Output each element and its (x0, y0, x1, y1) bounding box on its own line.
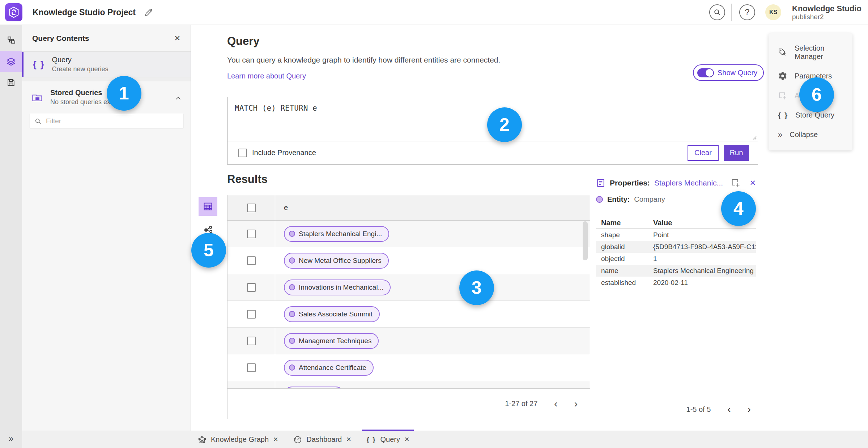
query-description: You can query a knowledge graph to ident… (227, 56, 661, 64)
entity-pill[interactable]: Staplers Mechanical Engi... (284, 226, 389, 242)
user-role: publisher2 (792, 13, 861, 21)
results-table: e Staplers Mechanical Engi... New Metal … (227, 195, 590, 419)
add-to-new-icon (731, 178, 741, 188)
table-icon (203, 201, 213, 212)
view-as-table-button[interactable] (199, 197, 217, 216)
entity-label: Entity: (607, 195, 630, 204)
tab-knowledge-graph[interactable]: Knowledge Graph ✕ (198, 431, 278, 448)
query-title: Query (227, 35, 661, 48)
filter-field (30, 114, 183, 128)
question-icon: ? (745, 8, 750, 17)
double-chevron-right-icon: » (9, 434, 13, 444)
entity-dot-icon (289, 338, 295, 344)
scrollbar-thumb[interactable] (583, 221, 588, 260)
user-name: Knowledge Studio (792, 4, 861, 13)
resize-handle-icon[interactable] (752, 136, 757, 140)
properties-pagination: 1-5 of 5 ‹ › (596, 396, 756, 414)
column-header-e: e (275, 195, 590, 220)
properties-range: 1-5 of 5 (686, 405, 711, 414)
row-checkbox[interactable] (247, 283, 256, 292)
braces-icon: { } (366, 436, 376, 444)
expand-rail-button[interactable]: » (0, 434, 22, 444)
clear-button[interactable]: Clear (688, 145, 719, 161)
entity-pill[interactable]: Attendance Certificate (284, 360, 374, 376)
close-tab-icon[interactable]: ✕ (273, 436, 278, 443)
row-checkbox[interactable] (247, 256, 256, 265)
stored-queries-header[interactable]: Stored Queries No stored queries exist (22, 81, 191, 108)
entity-pill[interactable]: New Metal Office Suppliers (284, 253, 389, 269)
avatar[interactable]: KS (765, 4, 781, 20)
chevron-right-icon[interactable]: › (574, 399, 578, 409)
properties-icon (596, 178, 605, 188)
filter-input[interactable] (46, 117, 179, 125)
show-query-toggle[interactable]: Show Query (693, 64, 764, 81)
callout-4: 4 (721, 191, 756, 226)
row-checkbox[interactable] (247, 363, 256, 372)
close-tab-icon[interactable]: ✕ (404, 436, 409, 443)
callout-1: 1 (107, 76, 141, 111)
entity-pill[interactable]: Sales Associate Summit (284, 306, 380, 322)
query-contents-panel: Query Contents ✕ { } Query Create new qu… (22, 25, 191, 431)
results-pagination: 1-27 of 27 ‹ › (227, 388, 590, 419)
app-logo-icon[interactable] (5, 3, 22, 21)
callout-6: 6 (799, 77, 834, 112)
entity-dot-icon (289, 284, 295, 290)
close-properties-button[interactable]: ✕ (749, 179, 756, 187)
chevron-left-icon[interactable]: ‹ (727, 404, 731, 414)
entity-pill[interactable]: Innovations in Mechanical... (284, 280, 391, 295)
row-checkbox[interactable] (247, 310, 256, 319)
sidebar-item-query[interactable]: { } Query Create new queries (22, 52, 191, 77)
view-tab-bar: Knowledge Graph ✕ Dashboard ✕ { } Query … (22, 431, 868, 448)
rail-item-save[interactable] (0, 72, 22, 93)
chevron-left-icon[interactable]: ‹ (554, 399, 557, 409)
entity-pill[interactable]: Managment Techniques (284, 333, 379, 349)
results-header-row: e (227, 195, 590, 221)
double-chevron-right-icon: » (778, 130, 782, 140)
property-row: name Staplers Mechanical Engineering (596, 265, 756, 277)
search-button[interactable] (709, 4, 725, 20)
row-checkbox[interactable] (247, 230, 256, 238)
show-query-label: Show Query (718, 69, 757, 77)
chevron-right-icon[interactable]: › (748, 404, 751, 414)
properties-label: Properties: (610, 179, 650, 187)
table-row: Sales Associate Summit (227, 301, 590, 328)
left-rail: » (0, 25, 22, 448)
results-range: 1-27 of 27 (505, 400, 537, 408)
entity-type: Company (634, 195, 665, 204)
learn-more-link[interactable]: Learn more about Query (227, 72, 661, 80)
tab-query[interactable]: { } Query ✕ (366, 431, 409, 448)
row-checkbox[interactable] (247, 337, 256, 345)
add-to-selection-button[interactable] (731, 178, 741, 188)
braces-icon: { } (778, 111, 788, 120)
entity-dot-icon (289, 311, 295, 317)
menu-item-store-query[interactable]: { } Store Query (769, 111, 852, 120)
select-all-checkbox[interactable] (247, 204, 256, 212)
entity-dot-icon (289, 257, 295, 264)
topbar-divider (731, 4, 732, 21)
collapse-section-icon[interactable] (175, 95, 182, 102)
include-provenance-checkbox[interactable] (238, 149, 247, 157)
close-tab-icon[interactable]: ✕ (346, 436, 351, 443)
tab-dashboard[interactable]: Dashboard ✕ (293, 431, 351, 448)
help-button[interactable]: ? (739, 4, 755, 20)
edit-title-icon[interactable] (144, 8, 153, 17)
property-row: objectid 1 (596, 253, 756, 265)
menu-item-selection-manager[interactable]: Selection Manager (769, 44, 852, 61)
property-row: shape Point (596, 229, 756, 241)
dashboard-gauge-icon (293, 435, 302, 444)
entity-dot-icon (289, 231, 295, 237)
close-panel-button[interactable]: ✕ (174, 34, 180, 43)
rail-item-layers[interactable] (0, 51, 22, 72)
entity-dot-icon (596, 196, 603, 203)
menu-item-collapse[interactable]: » Collapse (769, 130, 852, 140)
run-button[interactable]: Run (724, 145, 749, 161)
page-title: Knowledge Studio Project (33, 0, 136, 25)
top-bar: Knowledge Studio Project ? KS Knowledge … (0, 0, 868, 25)
table-row: Staplers Mechanical Engi... (227, 221, 590, 247)
callout-2: 2 (487, 107, 522, 142)
user-menu[interactable]: Knowledge Studio publisher2 (792, 4, 861, 21)
properties-entity-link[interactable]: Staplers Mechanic... (654, 179, 727, 187)
rail-item-schema[interactable] (0, 30, 22, 51)
table-row: Attendance Certificate (227, 354, 590, 381)
property-row: globalid {5D9B4713-F98D-4A53-A59F-C11... (596, 241, 756, 253)
